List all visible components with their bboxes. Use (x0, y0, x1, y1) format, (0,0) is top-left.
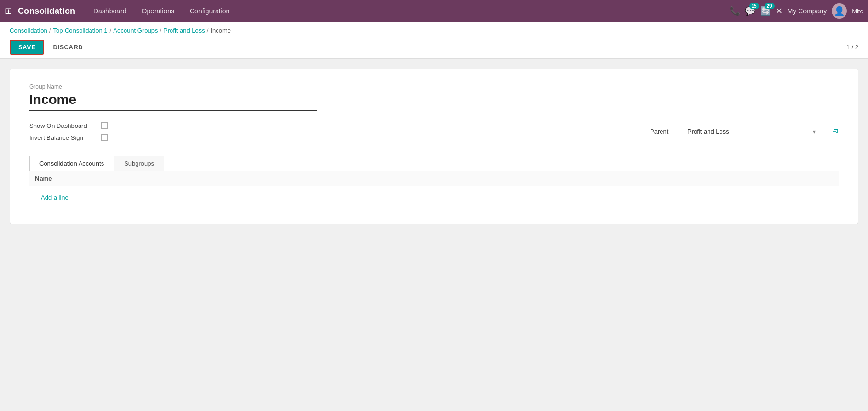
breadcrumb-income: Income (210, 26, 231, 36)
invert-balance-row: Invert Balance Sign (29, 134, 650, 141)
breadcrumb-sep-4: / (207, 26, 209, 36)
group-name-section: Group Name Income (29, 83, 839, 111)
form-toolbar: SAVE DISCARD 1 / 2 (0, 36, 868, 59)
form-card: Group Name Income Show On Dashboard Inve… (10, 68, 858, 224)
breadcrumb-profit-loss[interactable]: Profit and Loss (163, 26, 205, 36)
fields-row: Show On Dashboard Invert Balance Sign Pa… (29, 122, 839, 141)
add-line-link[interactable]: Add a line (35, 190, 74, 205)
nav-menu: Dashboard Operations Configuration (87, 4, 730, 18)
parent-label: Parent (650, 128, 679, 135)
grid-icon[interactable]: ⊞ (5, 6, 12, 16)
fields-right: Parent Profit and Loss 🗗 (650, 126, 839, 137)
toolbar-actions: SAVE DISCARD (10, 40, 88, 55)
breadcrumb: Consolidation / Top Consolidation 1 / Ac… (10, 26, 858, 36)
breadcrumb-account-groups[interactable]: Account Groups (113, 26, 158, 36)
top-navigation: ⊞ Consolidation Dashboard Operations Con… (0, 0, 868, 22)
show-on-dashboard-checkbox[interactable] (101, 122, 108, 129)
app-brand: Consolidation (18, 6, 75, 16)
consolidation-accounts-table: Name Add a line (29, 171, 839, 209)
table-header-name: Name (29, 171, 839, 186)
tab-consolidation-accounts[interactable]: Consolidation Accounts (29, 156, 114, 171)
close-icon[interactable]: ✕ (776, 6, 783, 16)
user-name[interactable]: Mitc (852, 8, 863, 15)
refresh-badge-wrapper[interactable]: 🔄 29 (760, 6, 771, 16)
refresh-count-badge: 29 (765, 3, 775, 9)
add-line-row: Add a line (29, 186, 839, 209)
main-content: Group Name Income Show On Dashboard Inve… (0, 59, 868, 408)
breadcrumb-bar: Consolidation / Top Consolidation 1 / Ac… (0, 22, 868, 36)
tab-subgroups[interactable]: Subgroups (114, 156, 164, 171)
parent-select[interactable]: Profit and Loss (684, 126, 827, 137)
chat-count-badge: 15 (749, 3, 759, 9)
breadcrumb-consolidation[interactable]: Consolidation (10, 26, 47, 36)
user-avatar[interactable]: 👤 (832, 3, 847, 19)
breadcrumb-sep-1: / (49, 26, 51, 36)
pagination: 1 / 2 (846, 44, 858, 51)
show-on-dashboard-row: Show On Dashboard (29, 122, 650, 129)
breadcrumb-top-consolidation[interactable]: Top Consolidation 1 (53, 26, 107, 36)
invert-balance-checkbox[interactable] (101, 134, 108, 141)
breadcrumb-sep-2: / (110, 26, 112, 36)
nav-operations[interactable]: Operations (135, 4, 181, 18)
breadcrumb-sep-3: / (160, 26, 161, 36)
company-name[interactable]: My Company (788, 7, 827, 15)
add-line-cell: Add a line (29, 186, 839, 209)
discard-button[interactable]: DISCARD (48, 41, 88, 54)
nav-dashboard[interactable]: Dashboard (87, 4, 133, 18)
fields-left: Show On Dashboard Invert Balance Sign (29, 122, 650, 141)
nav-configuration[interactable]: Configuration (183, 4, 236, 18)
group-name-label: Group Name (29, 83, 839, 90)
chat-badge-wrapper[interactable]: 💬 15 (745, 6, 755, 16)
save-button[interactable]: SAVE (10, 40, 44, 55)
show-on-dashboard-label: Show On Dashboard (29, 122, 96, 129)
group-name-value[interactable]: Income (29, 92, 317, 111)
phone-icon[interactable]: 📞 (730, 6, 740, 16)
parent-select-wrapper: Profit and Loss (684, 126, 827, 137)
invert-balance-label: Invert Balance Sign (29, 134, 96, 141)
tabs-bar: Consolidation Accounts Subgroups (29, 156, 839, 171)
topnav-right: 📞 💬 15 🔄 29 ✕ My Company 👤 Mitc (730, 3, 863, 19)
external-link-icon[interactable]: 🗗 (832, 128, 839, 136)
